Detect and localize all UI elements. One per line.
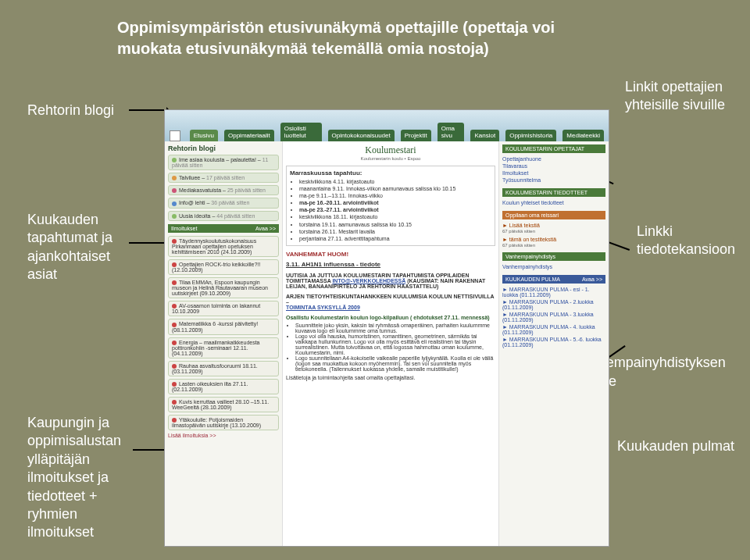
- label-rehtorin-blogi: Rehtorin blogi: [27, 102, 114, 119]
- teacher-link[interactable]: Opettajanhuone: [502, 155, 605, 162]
- event-item: torstaina 19.11. aamunavaus salissa klo …: [299, 221, 491, 228]
- screenshot-panel: Etusivu Oppimateriaalit Osiolisti luotte…: [164, 109, 609, 547]
- logo-bullet: Logo suunnitellaan A4-kokoiselle valkeal…: [295, 355, 495, 372]
- teacher-link[interactable]: Tilavaraus: [502, 162, 605, 169]
- announcement-item[interactable]: Energia – maailmankatkkeudesta pottironk…: [168, 337, 279, 358]
- logo-bullet: Logo voi olla hauska, humoristinen, roma…: [295, 334, 495, 355]
- blog-item[interactable]: Mediakasvatuista – 25 päivää sitten: [168, 185, 279, 195]
- announcement-item[interactable]: Matematiikka 6 -kurssi päivitetty! (08.1…: [168, 319, 279, 334]
- event-item: keskiviikkona 18.11. kirjastoauto: [299, 213, 491, 220]
- tab-projektit[interactable]: Projektit: [401, 130, 431, 141]
- page-title: Oppimisympäristön etusivunäkymä opettaji…: [117, 17, 555, 59]
- events-box: Marraskuussa tapahtuu: keskiviikkona 4.1…: [286, 166, 495, 246]
- hdr-reissari: Oppilaan oma reissari: [502, 211, 605, 219]
- pulma-item[interactable]: ► MARRASKUUN PULMA - esi - 1. luokka (01…: [502, 286, 605, 298]
- announcement-item[interactable]: Tilaa EMMAn, Espoon kaupungin museon ja …: [168, 277, 279, 298]
- blog-item[interactable]: Uusia ideoita – 44 päivää sitten: [168, 211, 279, 221]
- mail-icon[interactable]: [170, 130, 180, 141]
- label-linkit-opettajien: Linkit opettajien yhteisille sivuille: [625, 78, 725, 115]
- link-tiedotteet[interactable]: Koulun yhteiset tiedotteet: [502, 199, 605, 206]
- event-item: keskiviikkona 4.11. kirjastoauto: [299, 178, 491, 185]
- uutisia-block: UUTISIA JA JUTTUJA KOULUMESTARIN TAPAHTU…: [286, 273, 495, 289]
- tab-mediateekki[interactable]: Mediateekki: [562, 130, 604, 141]
- event-item: maanantaina 9.11. Innokas-viikon aamunav…: [299, 185, 491, 192]
- pulma-item[interactable]: ► MARRASKUUN PULMA - 5.-6. luokka (01.11…: [502, 336, 605, 348]
- reissari-item[interactable]: ► Lisää tekstiä67 päivää sitten: [502, 222, 605, 234]
- arjen-block: ARJEN TIETOYHTEISKUNTAHANKKEEN KUULUMISI…: [286, 294, 495, 310]
- label-kuukauden: Kuukauden tapahtumat ja ajankohtaiset as…: [27, 211, 112, 284]
- link-vanhempain[interactable]: Vanhempainyhdistys: [502, 263, 605, 270]
- announcement-item[interactable]: Lasten oikeuksien ilta 27.11. (02.11.200…: [168, 379, 279, 394]
- vanhemmat-heading: VANHEMMAT HUOM!: [286, 251, 495, 258]
- hdr-pulma: KUUKAUDEN PULMA Avaa >>: [502, 275, 605, 284]
- teacher-link[interactable]: Työsuunnitelma: [502, 177, 605, 184]
- teacher-link[interactable]: Ilmoitukset: [502, 169, 605, 177]
- blog-item[interactable]: Ime asiaa koulusta – palautetta! – 11 pä…: [168, 155, 279, 170]
- label-linkki-tiedote: Linkki tiedotekansioon: [637, 223, 735, 259]
- into-link[interactable]: INTO@-VERKKOLEHDESSÄ: [332, 278, 405, 284]
- blog-title: Rehtorin blogi: [168, 144, 279, 152]
- tab-etusivu[interactable]: Etusivu: [190, 130, 218, 141]
- event-item: ma-pe 16.-20.11. arviointiviikot: [299, 199, 491, 206]
- announcement-item[interactable]: Ytäkoululle: Potjoismaiden ilmastopäivän…: [168, 415, 279, 430]
- right-column: KOULUMESTARIN OPETTAJAT OpettajanhuoneTi…: [499, 141, 609, 546]
- events-title: Marraskuussa tapahtuu:: [290, 169, 491, 177]
- left-column: Rehtorin blogi Ime asiaa koulusta – pala…: [165, 141, 282, 546]
- logo-bullet: Suunnittele joko yksin, kaksin tai ryhmä…: [295, 323, 495, 334]
- title-line-2: muokata etusivunäkymää tekemällä omia no…: [117, 38, 555, 59]
- hdr-tiedotteet: KOULUMESTARIN TIEDOTTEET: [502, 188, 605, 197]
- ah1n1-link[interactable]: 3.11. AH1N1 influenssa - tiedote: [286, 261, 495, 268]
- tab-omasivu[interactable]: Oma sivu: [438, 123, 465, 141]
- ilmoitukset-open[interactable]: Avaa >>: [255, 226, 276, 231]
- school-logo: Koulumestari Koulumestarin koulu • Espoo: [286, 144, 495, 161]
- label-kuukauden-pulmat: Kuukauden pulmat: [617, 437, 734, 455]
- middle-column: Koulumestari Koulumestarin koulu • Espoo…: [282, 141, 499, 546]
- pulma-item[interactable]: ► MARRASKUUN PULMA - 3.luokka (01.11.200…: [502, 311, 605, 323]
- osallistu-heading: Osallistu Koulumestarin koulun logo-kilp…: [286, 315, 495, 320]
- reissari-item[interactable]: ► tämä on testitekstiä67 päivää sitten: [502, 236, 605, 248]
- ilmoitukset-header: Ilmoitukset Avaa >>: [168, 224, 279, 233]
- tab-osiolisti[interactable]: Osiolisti luottelut: [280, 123, 322, 141]
- pulma-open[interactable]: Avaa >>: [582, 276, 602, 282]
- event-item: perjantaina 27.11. adventtitapahtuma: [299, 235, 491, 242]
- announcement-item[interactable]: Opettajien ROCK-trio keikkoille?!! (12.1…: [168, 259, 279, 275]
- label-kaupungin: Kaupungin ja oppimisalustan ylläpitäjän …: [27, 414, 121, 542]
- title-line-1: Oppimisympäristön etusivunäkymä opettaji…: [117, 17, 555, 38]
- event-item: ma-pe 9.11.–13.11. Innokas-viikko: [299, 192, 491, 199]
- blog-item[interactable]: Talviluee – 17 päivää sitten: [168, 173, 279, 183]
- tab-oppimateriaalit[interactable]: Oppimateriaalit: [224, 130, 274, 141]
- announcement-item[interactable]: Täydennyskoulutuskokonaisuus Pirkanmaan …: [168, 236, 279, 257]
- tab-kansiot[interactable]: Kansiot: [470, 130, 499, 141]
- announcement-item[interactable]: Kuvis kerruttaa vailleet 28.10 –15.11. W…: [168, 397, 279, 412]
- more-announcements-link[interactable]: Lisää ilmoituksia >>: [168, 433, 279, 438]
- tab-oppihistoria[interactable]: Oppimishistoria: [505, 130, 556, 141]
- pulma-item[interactable]: ► MARRASKUUN PULMA - 4. luokka (01.11.20…: [502, 323, 605, 336]
- arjen-link[interactable]: TOIMINTAA SYKSYLLÄ 2009: [286, 305, 495, 310]
- pulma-item[interactable]: ► MARRASKUUN PULMA - 2.luokka (01.11.200…: [502, 298, 605, 311]
- event-item: ma-pe 23.-27.11. arviointiviikot: [299, 206, 491, 213]
- blog-item[interactable]: Info@ lehti – 36 päivää sitten: [168, 198, 279, 208]
- event-item: torstaina 26.11. Mestarit lavalla: [299, 228, 491, 235]
- announcement-item[interactable]: Rauhaa asvaltusfooruumi 18.11. (03.11.20…: [168, 361, 279, 376]
- nav-tabs: Etusivu Oppimateriaalit Osiolisti luotte…: [165, 110, 609, 141]
- announcement-item[interactable]: AV-osaamon toiminta on lakannut 10.10.20…: [168, 301, 279, 316]
- hdr-opettajat: KOULUMESTARIN OPETTAJAT: [502, 144, 605, 153]
- hdr-vanhempain: Vanhempainyhdistys: [502, 252, 605, 261]
- tab-opintokok[interactable]: Opintokokonaisuudet: [328, 130, 395, 141]
- mid-footer: Lisätietoja ja toimintaohjeita saat omal…: [286, 375, 495, 380]
